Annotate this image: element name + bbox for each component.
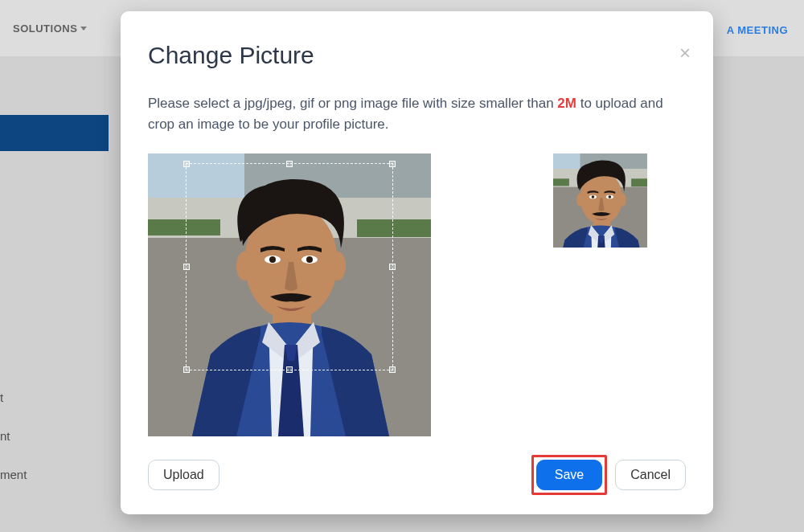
close-icon[interactable]: ×	[679, 43, 691, 63]
image-row	[148, 153, 686, 436]
modal-title: Change Picture	[148, 42, 686, 69]
crop-selection[interactable]	[186, 163, 393, 370]
crop-handle-bottom-right[interactable]	[389, 366, 396, 373]
svg-rect-17	[553, 178, 569, 186]
modal-description: Please select a jpg/jpeg, gif or png ima…	[148, 93, 686, 136]
crop-handle-top-right[interactable]	[389, 161, 396, 167]
crop-handle-top-mid[interactable]	[286, 161, 293, 167]
svg-point-22	[576, 193, 584, 206]
svg-point-23	[619, 193, 626, 206]
crop-handle-bottom-left[interactable]	[183, 366, 190, 373]
save-highlight-box: Save	[531, 455, 607, 495]
upload-button[interactable]: Upload	[148, 460, 219, 490]
desc-pre: Please select a jpg/jpeg, gif or png ima…	[148, 96, 557, 111]
svg-point-27	[609, 195, 612, 198]
crop-handle-bottom-mid[interactable]	[286, 366, 293, 373]
svg-point-26	[592, 195, 595, 198]
change-picture-modal: × Change Picture Please select a jpg/jpe…	[121, 11, 713, 514]
crop-area[interactable]	[148, 153, 431, 436]
crop-handle-mid-left[interactable]	[183, 264, 190, 270]
max-size: 2M	[557, 96, 576, 111]
svg-rect-18	[631, 178, 647, 186]
cancel-button[interactable]: Cancel	[615, 460, 686, 490]
crop-preview	[553, 153, 647, 248]
save-button[interactable]: Save	[536, 460, 602, 490]
crop-handle-mid-right[interactable]	[389, 264, 396, 270]
modal-footer: Upload Save Cancel	[148, 455, 686, 495]
crop-handle-top-left[interactable]	[183, 161, 190, 167]
